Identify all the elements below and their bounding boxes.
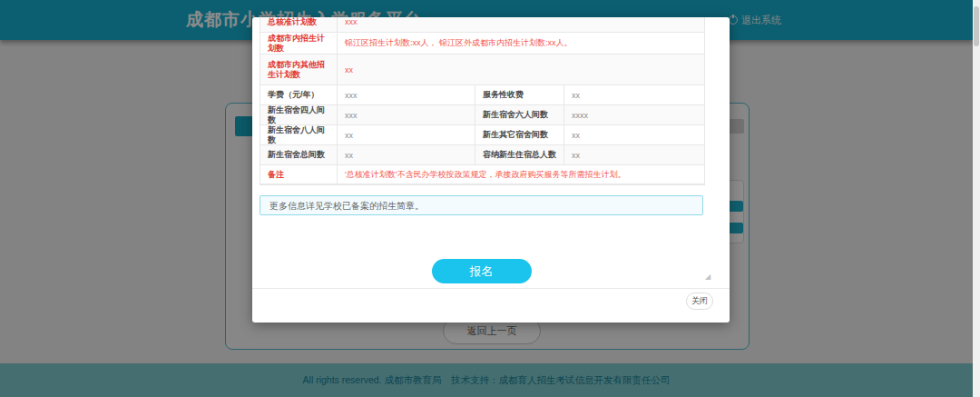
row-value: xx (338, 125, 475, 144)
table-row: 新生宿舍总间数 xx 容纳新生住宿总人数 xx (260, 145, 704, 165)
table-row: 学费（元/年） xxx 服务性收费 xx (260, 85, 704, 105)
enrollment-plan-table: 总核准计划数 xxx 成都市内招生计划数 锦江区招生计划数:xx人， 锦江区外成… (260, 17, 705, 185)
close-button[interactable]: 关闭 (686, 293, 713, 310)
row-value: xx (564, 145, 704, 164)
row-label: 总核准计划数 (260, 17, 338, 32)
row-label: 新生宿舍六人间数 (475, 105, 564, 124)
table-row: 总核准计划数 xxx (260, 17, 704, 33)
scrollbar-thumb[interactable] (974, 6, 979, 46)
enrollment-plan-modal: 总核准计划数 xxx 成都市内招生计划数 锦江区招生计划数:xx人， 锦江区外成… (252, 17, 730, 323)
row-value: 锦江区招生计划数:xx人， 锦江区外成都市内招生计划数:xx人。 (338, 33, 704, 54)
table-row: 成都市内招生计划数 锦江区招生计划数:xx人， 锦江区外成都市内招生计划数:xx… (260, 33, 704, 55)
row-label: 学费（元/年） (260, 85, 338, 104)
row-label: 容纳新生住宿总人数 (475, 145, 564, 164)
table-row: 新生宿舍八人间数 xx 新生其它宿舍间数 xx (260, 125, 704, 145)
row-label: 新生宿舍八人间数 (260, 125, 338, 144)
table-row: 新生宿舍四人间数 xxx 新生宿舍六人间数 xxxx (260, 105, 704, 125)
row-value: xx (564, 85, 704, 104)
row-value: xxx (338, 17, 704, 32)
info-notice: 更多信息详见学校已备案的招生简章。 (260, 195, 703, 215)
apply-button[interactable]: 报名 (432, 259, 532, 283)
row-label: 成都市内招生计划数 (260, 33, 338, 54)
row-value: xx (564, 125, 704, 144)
row-label: 新生宿舍总间数 (260, 145, 338, 164)
row-label: 新生其它宿舍间数 (475, 125, 564, 144)
row-value: xx (338, 55, 704, 84)
row-label: 成都市内其他招生计划数 (260, 55, 338, 84)
table-row-remarks: 备注 '总核准计划数'不含民办学校按政策规定，承接政府购买服务等所需招生计划。 (260, 165, 704, 184)
row-label: 新生宿舍四人间数 (260, 105, 338, 124)
browser-scrollbar[interactable] (973, 0, 980, 397)
modal-footer: 关闭 (252, 288, 730, 323)
row-value: xxxx (564, 105, 704, 124)
row-label: 备注 (260, 165, 338, 184)
row-label: 服务性收费 (475, 85, 564, 104)
row-value: xx (338, 145, 475, 164)
row-value: xxx (338, 85, 475, 104)
modal-body: 总核准计划数 xxx 成都市内招生计划数 锦江区招生计划数:xx人， 锦江区外成… (260, 17, 703, 283)
resize-handle-icon: ◢ (705, 273, 710, 281)
row-value: xxx (338, 105, 475, 124)
table-row: 成都市内其他招生计划数 xx (260, 55, 704, 85)
row-value: '总核准计划数'不含民办学校按政策规定，承接政府购买服务等所需招生计划。 (338, 165, 704, 184)
